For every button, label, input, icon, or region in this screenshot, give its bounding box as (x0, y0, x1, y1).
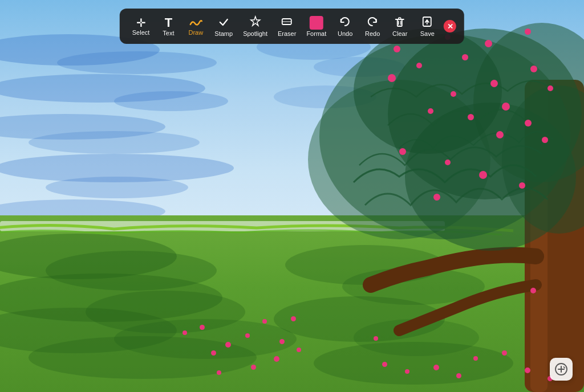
stamp-tool[interactable]: Stamp (210, 13, 237, 39)
pink-dot-ground (279, 339, 285, 344)
sky-streak (29, 131, 200, 154)
pink-dot-ground (456, 373, 461, 378)
pink-dot-ground (297, 348, 301, 352)
pink-dot-ground (502, 350, 507, 356)
pink-dot-ground (530, 288, 536, 293)
pink-dot-tree (479, 171, 487, 179)
draw-icon (189, 17, 202, 28)
pink-dot-ground (211, 350, 216, 356)
redo-icon (366, 15, 379, 30)
pink-dot-ground (225, 342, 231, 348)
clear-label: Clear (392, 31, 407, 37)
pink-dot-tree (451, 91, 456, 97)
save-tool[interactable]: Save (414, 13, 440, 39)
pink-dot-tree (433, 194, 440, 201)
draw-tool[interactable]: Draw (182, 15, 209, 38)
pink-dot-ground (374, 336, 378, 341)
save-label: Save (420, 31, 435, 37)
close-button[interactable]: ✕ (444, 20, 456, 32)
pink-dot-ground (262, 319, 267, 324)
spotlight-tool[interactable]: Spotlight (238, 13, 272, 39)
pink-dot-tree (502, 103, 510, 111)
pink-dot-ground (217, 370, 221, 375)
spotlight-label: Spotlight (243, 31, 267, 37)
pink-dot-tree (496, 131, 504, 138)
text-tool[interactable]: T Text (155, 14, 181, 39)
pink-dot-ground (473, 356, 478, 361)
pink-dot-ground (525, 368, 530, 373)
pink-dot-tree (490, 80, 498, 87)
pink-dot-tree (399, 148, 406, 155)
pink-dot-ground (274, 356, 279, 362)
canvas-area[interactable] (0, 0, 584, 392)
pink-dot-tree (519, 182, 525, 189)
format-label: Format (306, 31, 326, 37)
pink-dot-ground (251, 365, 256, 370)
eraser-tool[interactable]: Eraser (273, 13, 301, 39)
pink-dot-tree (462, 54, 468, 60)
pink-dot-ground (200, 325, 205, 330)
clear-tool[interactable]: Clear (387, 13, 413, 39)
stamp-icon (217, 15, 230, 30)
pink-dot-tree (468, 114, 474, 120)
redo-label: Redo (365, 31, 380, 37)
pink-dot-ground (382, 362, 387, 367)
pink-dot-ground (245, 333, 250, 338)
pink-dot-tree (428, 108, 433, 114)
pink-dot-ground (433, 365, 439, 370)
pink-dot-tree (525, 120, 532, 126)
pink-dot-ground (405, 369, 409, 374)
pink-dot-ground (182, 330, 187, 335)
float-action-icon (554, 362, 568, 376)
pink-dot-tree (445, 160, 451, 165)
redo-tool[interactable]: Redo (359, 13, 386, 39)
eraser-icon (281, 15, 293, 30)
spotlight-icon (249, 15, 262, 30)
pink-dot-ground (291, 316, 296, 321)
sky-streak (57, 51, 217, 74)
pink-dot-tree (542, 137, 548, 143)
pink-dot-tree (485, 40, 492, 47)
select-tool[interactable]: ✛ Select (128, 15, 155, 38)
select-icon: ✛ (136, 17, 146, 28)
sky-streak (46, 177, 188, 198)
undo-label: Undo (338, 31, 352, 37)
stamp-label: Stamp (214, 31, 233, 37)
save-icon (421, 15, 433, 30)
pink-dot-tree (525, 28, 531, 35)
toolbar: ✛ Select T Text Draw Stamp Spotlight (120, 9, 464, 44)
format-tool[interactable]: Format (302, 14, 331, 39)
ground-shadow (29, 336, 257, 379)
undo-icon (339, 15, 351, 30)
eraser-label: Eraser (278, 31, 296, 37)
pink-dot-tree (530, 66, 537, 72)
ground-shadow (314, 342, 513, 385)
pink-dot-tree (548, 85, 553, 91)
pink-dot-tree (416, 63, 422, 68)
text-label: Text (163, 30, 174, 36)
float-action-button[interactable] (550, 358, 573, 381)
format-color-swatch (310, 16, 323, 30)
pink-dot-tree (388, 74, 396, 82)
text-icon: T (165, 17, 172, 29)
clear-icon (394, 15, 406, 30)
sky-streak (114, 91, 228, 111)
select-label: Select (132, 30, 150, 36)
pink-dot-tree (394, 46, 400, 52)
draw-label: Draw (189, 30, 204, 36)
undo-tool[interactable]: Undo (332, 13, 358, 39)
sky-streak (274, 85, 376, 108)
